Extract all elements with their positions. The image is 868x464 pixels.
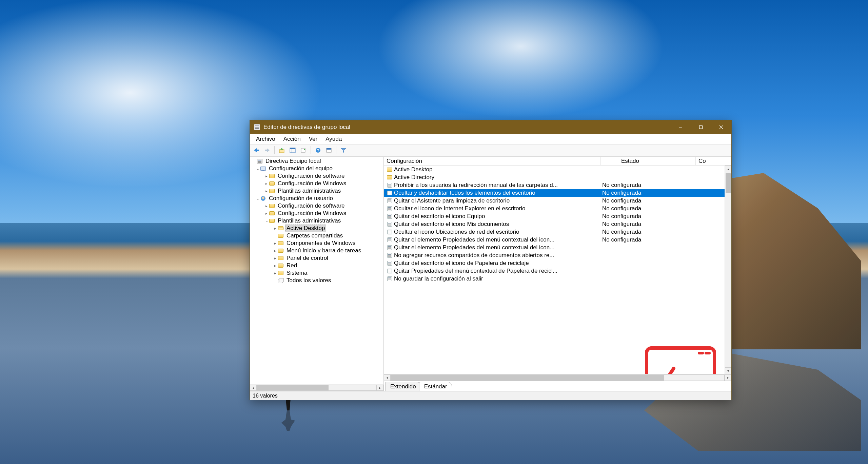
tree-all-settings[interactable]: ▸ Todos los valores — [250, 277, 383, 284]
list-row[interactable]: No agregar recursos compartidos de docum… — [384, 251, 725, 259]
setting-icon — [386, 253, 393, 258]
scroll-left-icon[interactable]: ◂ — [384, 374, 391, 381]
chevron-right-icon[interactable]: ▸ — [264, 204, 269, 208]
computer-icon — [260, 166, 266, 171]
list-row[interactable]: Active Desktop — [384, 166, 725, 173]
list-row[interactable]: Quitar del escritorio el icono EquipoNo … — [384, 212, 725, 220]
tree-win-components[interactable]: ▸ Componentes de Windows — [250, 239, 383, 247]
tree-root[interactable]: ▶ Directiva Equipo local — [250, 157, 383, 165]
help-button[interactable]: ? — [313, 146, 323, 155]
scroll-up-icon[interactable]: ▴ — [725, 166, 731, 172]
body: ▶ Directiva Equipo local ⌄ Configuración… — [250, 156, 731, 391]
chevron-right-icon[interactable]: ▸ — [264, 211, 269, 216]
back-button[interactable] — [251, 146, 261, 155]
toolbar-separator — [336, 146, 336, 154]
tree-hscrollbar[interactable]: ◂ ▸ — [250, 384, 383, 391]
filter-button[interactable] — [338, 146, 349, 155]
tree-cc-windows[interactable]: ▸ Configuración de Windows — [250, 180, 383, 187]
scroll-thumb[interactable] — [257, 385, 329, 390]
list-row[interactable]: Prohibir a los usuarios la redirección m… — [384, 181, 725, 189]
list-row[interactable]: Quitar del escritorio el icono Mis docum… — [384, 220, 725, 228]
chevron-down-icon[interactable]: ⌄ — [255, 167, 260, 171]
list-row[interactable]: Quitar el Asistente para limpieza de esc… — [384, 197, 725, 205]
menu-view[interactable]: Ver — [305, 134, 322, 144]
folder-icon — [269, 173, 275, 179]
scroll-left-icon[interactable]: ◂ — [250, 385, 257, 391]
list-row[interactable]: Quitar el elemento Propiedades del menú … — [384, 244, 725, 251]
tree[interactable]: ▶ Directiva Equipo local ⌄ Configuración… — [250, 157, 383, 384]
menu-action[interactable]: Acción — [279, 134, 305, 144]
list-item-state: No configurada — [601, 236, 696, 243]
list-row[interactable]: Quitar del escritorio el icono de Papele… — [384, 259, 725, 267]
folder-icon — [269, 188, 275, 194]
list-item-label: Quitar del escritorio el icono Equipo — [393, 213, 601, 220]
scroll-right-icon[interactable]: ▸ — [377, 385, 383, 391]
folder-icon — [386, 175, 393, 179]
maximize-button[interactable] — [691, 120, 711, 134]
scroll-down-icon[interactable]: ▾ — [725, 367, 731, 374]
tree-uc-templates[interactable]: ⌄ Plantillas administrativas — [250, 217, 383, 225]
close-button[interactable] — [711, 120, 731, 134]
tree-active-desktop[interactable]: ▸ Active Desktop — [250, 225, 383, 232]
tree-user-config[interactable]: ⌄ Configuración de usuario — [250, 195, 383, 202]
scroll-right-icon[interactable]: ▸ — [725, 374, 731, 381]
list-row[interactable]: Quitar Propiedades del menú contextual d… — [384, 267, 725, 275]
properties-button[interactable] — [324, 146, 334, 155]
list-row[interactable]: Ocultar y deshabilitar todos los element… — [384, 189, 725, 197]
svg-text:?: ? — [317, 148, 319, 152]
chevron-down-icon[interactable]: ⌄ — [255, 196, 260, 201]
forward-button[interactable] — [262, 146, 272, 155]
list-vscrollbar[interactable]: ▴ ▾ — [725, 166, 731, 374]
list-row[interactable]: Ocultar el icono de Internet Explorer en… — [384, 205, 725, 212]
chevron-right-icon[interactable]: ▸ — [264, 181, 269, 186]
tree-uc-software[interactable]: ▸ Configuración de software — [250, 202, 383, 210]
column-state[interactable]: Estado — [601, 157, 696, 165]
list-item-label: No guardar la configuración al salir — [393, 275, 601, 282]
column-config[interactable]: Configuración — [384, 157, 601, 165]
folder-icon — [269, 218, 275, 224]
tab-standard[interactable]: Estándar — [419, 382, 452, 391]
chevron-right-icon[interactable]: ▸ — [273, 271, 278, 275]
list-row[interactable]: Quitar el elemento Propiedades del menú … — [384, 236, 725, 244]
list-row[interactable]: Ocultar el icono Ubicaciones de red del … — [384, 228, 725, 236]
show-hide-tree-button[interactable] — [288, 146, 298, 155]
folder-icon — [278, 240, 284, 246]
menu-help[interactable]: Ayuda — [321, 134, 346, 144]
tree-control-panel[interactable]: ▸ Panel de control — [250, 254, 383, 262]
tree-cc-software[interactable]: ▸ Configuración de software — [250, 172, 383, 180]
tree-uc-windows[interactable]: ▸ Configuración de Windows — [250, 210, 383, 217]
tree-computer-config[interactable]: ⌄ Configuración del equipo — [250, 165, 383, 172]
tree-shared-folders[interactable]: ▸ Carpetas compartidas — [250, 232, 383, 239]
up-button[interactable] — [277, 146, 287, 155]
tree-system[interactable]: ▸ Sistema — [250, 269, 383, 277]
chevron-down-icon[interactable]: ⌄ — [264, 219, 269, 223]
user-icon — [260, 196, 266, 201]
svg-rect-8 — [279, 150, 284, 153]
titlebar[interactable]: Editor de directivas de grupo local — [250, 120, 731, 134]
list-row[interactable]: No guardar la configuración al salir — [384, 275, 725, 283]
list-item-label: Active Directory — [393, 174, 601, 181]
chevron-right-icon[interactable]: ▸ — [273, 256, 278, 260]
chevron-right-icon[interactable]: ▸ — [264, 174, 269, 178]
tree-cc-templates[interactable]: ▸ Plantillas administrativas — [250, 187, 383, 195]
export-list-button[interactable] — [298, 146, 309, 155]
menu-file[interactable]: Archivo — [252, 134, 279, 144]
tree-network[interactable]: ▸ Red — [250, 262, 383, 269]
chevron-right-icon[interactable]: ▸ — [273, 264, 278, 268]
scroll-thumb[interactable] — [391, 375, 664, 381]
scroll-thumb[interactable] — [726, 173, 731, 193]
list-row[interactable]: Active Directory — [384, 173, 725, 181]
tree-start-taskbar[interactable]: ▸ Menú Inicio y barra de tareas — [250, 247, 383, 254]
list-hscrollbar[interactable]: ◂ ▸ — [384, 374, 731, 381]
toolbar: ? — [250, 144, 731, 156]
chevron-right-icon[interactable]: ▸ — [273, 226, 278, 231]
chevron-right-icon[interactable]: ▸ — [273, 249, 278, 253]
list-item-state: No configurada — [601, 197, 696, 204]
svg-marker-9 — [280, 148, 283, 150]
chevron-right-icon[interactable]: ▸ — [264, 189, 269, 193]
column-comment[interactable]: Co — [696, 157, 731, 165]
minimize-button[interactable] — [670, 120, 691, 134]
chevron-right-icon[interactable]: ▸ — [273, 241, 278, 246]
tab-extended[interactable]: Extendido — [385, 382, 421, 391]
list-item-label: Ocultar el icono de Internet Explorer en… — [393, 205, 601, 212]
